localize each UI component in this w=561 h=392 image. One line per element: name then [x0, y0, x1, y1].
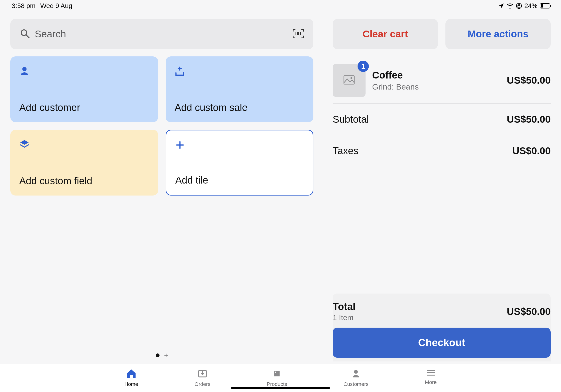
battery-icon: [540, 3, 552, 9]
svg-point-18: [275, 371, 276, 373]
nav-label: Customers: [344, 381, 368, 387]
location-icon: [498, 3, 504, 9]
search-icon: [20, 28, 30, 40]
tile-label: Add custom field: [19, 175, 149, 187]
status-right: 24%: [498, 2, 552, 10]
add-page-icon[interactable]: +: [164, 352, 168, 359]
svg-rect-3: [541, 4, 543, 8]
nav-products[interactable]: Products: [267, 369, 287, 387]
status-date: Wed 9 Aug: [40, 2, 72, 10]
layers-icon: [19, 139, 149, 150]
checkout-button[interactable]: Checkout: [333, 328, 551, 358]
home-icon: [126, 369, 137, 379]
page-dot-active[interactable]: [156, 353, 160, 357]
nav-label: More: [425, 379, 437, 385]
tile-grid: Add customer Add custom sale: [10, 56, 313, 196]
svg-rect-2: [550, 5, 551, 7]
total-items: 1 Item: [333, 313, 356, 322]
taxes-row: Taxes US$0.00: [333, 135, 551, 166]
search-bar[interactable]: Search: [10, 19, 313, 49]
svg-rect-8: [298, 32, 299, 35]
home-indicator[interactable]: [231, 387, 330, 389]
subtotal-label: Subtotal: [333, 114, 369, 125]
qty-badge: 1: [357, 61, 369, 72]
left-pane: Search Add customer: [10, 19, 313, 361]
upload-plus-icon: [174, 65, 304, 76]
plus-icon: [175, 139, 304, 151]
status-left: 3:58 pm Wed 9 Aug: [12, 2, 72, 10]
person-icon: [19, 65, 149, 76]
svg-rect-15: [344, 76, 354, 84]
nav-orders[interactable]: Orders: [194, 369, 210, 387]
total-label: Total: [333, 301, 356, 312]
add-custom-sale-tile[interactable]: Add custom sale: [166, 56, 313, 122]
total-row: Total 1 Item US$50.00: [333, 301, 551, 328]
more-actions-button[interactable]: More actions: [445, 19, 551, 49]
svg-rect-7: [297, 32, 298, 35]
tile-label: Add tile: [175, 174, 304, 186]
cart-item[interactable]: 1 Coffee Grind: Beans US$50.00: [333, 57, 551, 104]
cart-body: 1 Coffee Grind: Beans US$50.00 Subtotal …: [333, 57, 551, 166]
svg-rect-6: [296, 32, 296, 35]
add-customer-tile[interactable]: Add customer: [10, 56, 158, 122]
tile-label: Add customer: [19, 102, 149, 113]
tile-label: Add custom sale: [174, 102, 304, 113]
search-placeholder: Search: [35, 28, 66, 40]
menu-icon: [426, 369, 436, 377]
svg-point-4: [21, 30, 27, 35]
nav-label: Home: [124, 381, 138, 387]
cart-item-name: Coffee: [372, 70, 500, 81]
cart-actions: Clear cart More actions: [333, 19, 551, 49]
nav-customers[interactable]: Customers: [344, 369, 368, 387]
person-icon: [351, 369, 361, 379]
svg-point-10: [22, 67, 27, 71]
image-placeholder-icon: [343, 73, 356, 87]
page-indicator: +: [10, 352, 313, 361]
nav-label: Products: [267, 381, 287, 387]
subtotal-value: US$50.00: [507, 114, 551, 125]
status-bar: 3:58 pm Wed 9 Aug 24%: [0, 0, 561, 12]
checkout-area: Total 1 Item US$50.00 Checkout: [333, 294, 551, 361]
cart-item-price: US$50.00: [507, 75, 551, 86]
nav-label: Orders: [194, 381, 210, 387]
add-custom-field-tile[interactable]: Add custom field: [10, 130, 158, 196]
clear-cart-button[interactable]: Clear cart: [333, 19, 438, 49]
orientation-lock-icon: [516, 3, 522, 9]
cart-item-thumb: 1: [333, 64, 366, 97]
svg-line-5: [26, 35, 29, 38]
subtotal-row: Subtotal US$50.00: [333, 104, 551, 135]
total-value: US$50.00: [507, 306, 551, 317]
inbox-icon: [198, 369, 207, 379]
svg-rect-9: [300, 32, 301, 35]
taxes-label: Taxes: [333, 145, 358, 156]
wifi-icon: [507, 3, 514, 9]
taxes-value: US$0.00: [512, 145, 551, 156]
svg-point-16: [351, 77, 352, 79]
barcode-scan-icon[interactable]: [293, 29, 304, 39]
add-tile-tile[interactable]: Add tile: [166, 130, 313, 196]
status-time: 3:58 pm: [12, 2, 35, 10]
battery-percent: 24%: [524, 2, 538, 10]
right-pane: Clear cart More actions 1 Coffee Grind: …: [333, 19, 551, 361]
tag-icon: [272, 369, 282, 379]
nav-home[interactable]: Home: [124, 369, 138, 387]
cart-item-variant: Grind: Beans: [372, 82, 500, 91]
vertical-divider: [323, 20, 323, 361]
nav-more[interactable]: More: [425, 369, 437, 387]
svg-point-19: [354, 370, 358, 374]
